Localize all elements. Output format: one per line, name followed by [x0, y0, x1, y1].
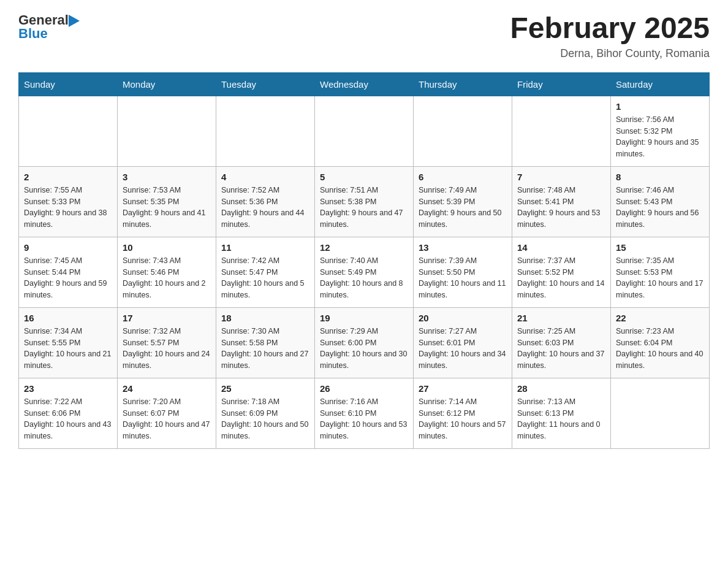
- calendar-cell: 2Sunrise: 7:55 AMSunset: 5:33 PMDaylight…: [19, 166, 118, 237]
- day-number: 15: [616, 242, 704, 253]
- day-number: 2: [24, 172, 112, 182]
- calendar-cell: [118, 96, 216, 166]
- day-info: Sunrise: 7:29 AMSunset: 6:00 PMDaylight:…: [320, 326, 408, 372]
- day-number: 4: [221, 172, 309, 182]
- day-info: Sunrise: 7:27 AMSunset: 6:01 PMDaylight:…: [419, 326, 507, 372]
- calendar-subtitle: Derna, Bihor County, Romania: [510, 47, 710, 60]
- calendar-cell: [414, 96, 512, 166]
- calendar-cell: 7Sunrise: 7:48 AMSunset: 5:41 PMDaylight…: [512, 166, 611, 237]
- calendar-cell: 22Sunrise: 7:23 AMSunset: 6:04 PMDayligh…: [611, 307, 710, 378]
- day-number: 24: [123, 383, 211, 394]
- calendar-cell: 18Sunrise: 7:30 AMSunset: 5:58 PMDayligh…: [216, 307, 315, 378]
- day-info: Sunrise: 7:30 AMSunset: 5:58 PMDaylight:…: [221, 326, 309, 372]
- day-info: Sunrise: 7:23 AMSunset: 6:04 PMDaylight:…: [616, 326, 704, 372]
- calendar-cell: 11Sunrise: 7:42 AMSunset: 5:47 PMDayligh…: [216, 237, 315, 307]
- calendar-cell: 12Sunrise: 7:40 AMSunset: 5:49 PMDayligh…: [315, 237, 414, 307]
- calendar-week-row: 16Sunrise: 7:34 AMSunset: 5:55 PMDayligh…: [19, 307, 710, 378]
- day-number: 26: [320, 383, 408, 394]
- day-number: 27: [419, 383, 507, 394]
- day-info: Sunrise: 7:56 AMSunset: 5:32 PMDaylight:…: [616, 114, 704, 160]
- day-info: Sunrise: 7:52 AMSunset: 5:36 PMDaylight:…: [221, 185, 309, 231]
- day-info: Sunrise: 7:46 AMSunset: 5:43 PMDaylight:…: [616, 185, 704, 231]
- calendar-title: February 2025: [510, 12, 710, 45]
- day-number: 14: [517, 242, 605, 253]
- day-info: Sunrise: 7:13 AMSunset: 6:13 PMDaylight:…: [517, 396, 605, 442]
- day-info: Sunrise: 7:22 AMSunset: 6:06 PMDaylight:…: [24, 396, 112, 442]
- day-number: 1: [616, 101, 704, 112]
- day-number: 22: [616, 313, 704, 323]
- calendar-cell: [611, 378, 710, 448]
- calendar-cell: [512, 96, 611, 166]
- day-number: 17: [123, 313, 211, 323]
- day-number: 12: [320, 242, 408, 253]
- calendar-cell: 4Sunrise: 7:52 AMSunset: 5:36 PMDaylight…: [216, 166, 315, 237]
- calendar-body: 1Sunrise: 7:56 AMSunset: 5:32 PMDaylight…: [19, 96, 710, 448]
- day-info: Sunrise: 7:39 AMSunset: 5:50 PMDaylight:…: [419, 255, 507, 301]
- day-number: 9: [24, 242, 112, 253]
- col-friday: Friday: [512, 72, 611, 96]
- col-thursday: Thursday: [414, 72, 512, 96]
- calendar-cell: 27Sunrise: 7:14 AMSunset: 6:12 PMDayligh…: [414, 378, 512, 448]
- calendar-cell: 24Sunrise: 7:20 AMSunset: 6:07 PMDayligh…: [118, 378, 216, 448]
- calendar-cell: 5Sunrise: 7:51 AMSunset: 5:38 PMDaylight…: [315, 166, 414, 237]
- calendar-cell: [216, 96, 315, 166]
- day-number: 19: [320, 313, 408, 323]
- calendar-cell: 26Sunrise: 7:16 AMSunset: 6:10 PMDayligh…: [315, 378, 414, 448]
- calendar-cell: 20Sunrise: 7:27 AMSunset: 6:01 PMDayligh…: [414, 307, 512, 378]
- day-number: 11: [221, 242, 309, 253]
- calendar-cell: 21Sunrise: 7:25 AMSunset: 6:03 PMDayligh…: [512, 307, 611, 378]
- day-info: Sunrise: 7:18 AMSunset: 6:09 PMDaylight:…: [221, 396, 309, 442]
- day-info: Sunrise: 7:37 AMSunset: 5:52 PMDaylight:…: [517, 255, 605, 301]
- calendar-week-row: 2Sunrise: 7:55 AMSunset: 5:33 PMDaylight…: [19, 166, 710, 237]
- day-info: Sunrise: 7:55 AMSunset: 5:33 PMDaylight:…: [24, 185, 112, 231]
- calendar-cell: 14Sunrise: 7:37 AMSunset: 5:52 PMDayligh…: [512, 237, 611, 307]
- day-info: Sunrise: 7:48 AMSunset: 5:41 PMDaylight:…: [517, 185, 605, 231]
- day-number: 18: [221, 313, 309, 323]
- logo-arrow-icon: [69, 15, 80, 27]
- day-info: Sunrise: 7:35 AMSunset: 5:53 PMDaylight:…: [616, 255, 704, 301]
- day-info: Sunrise: 7:51 AMSunset: 5:38 PMDaylight:…: [320, 185, 408, 231]
- calendar-cell: [315, 96, 414, 166]
- calendar-week-row: 23Sunrise: 7:22 AMSunset: 6:06 PMDayligh…: [19, 378, 710, 448]
- day-number: 28: [517, 383, 605, 394]
- calendar-cell: [19, 96, 118, 166]
- day-info: Sunrise: 7:14 AMSunset: 6:12 PMDaylight:…: [419, 396, 507, 442]
- calendar-cell: 1Sunrise: 7:56 AMSunset: 5:32 PMDaylight…: [611, 96, 710, 166]
- day-info: Sunrise: 7:20 AMSunset: 6:07 PMDaylight:…: [123, 396, 211, 442]
- calendar-cell: 17Sunrise: 7:32 AMSunset: 5:57 PMDayligh…: [118, 307, 216, 378]
- day-info: Sunrise: 7:43 AMSunset: 5:46 PMDaylight:…: [123, 255, 211, 301]
- day-number: 3: [123, 172, 211, 182]
- day-number: 5: [320, 172, 408, 182]
- day-info: Sunrise: 7:25 AMSunset: 6:03 PMDaylight:…: [517, 326, 605, 372]
- calendar-cell: 28Sunrise: 7:13 AMSunset: 6:13 PMDayligh…: [512, 378, 611, 448]
- calendar-cell: 3Sunrise: 7:53 AMSunset: 5:35 PMDaylight…: [118, 166, 216, 237]
- day-info: Sunrise: 7:40 AMSunset: 5:49 PMDaylight:…: [320, 255, 408, 301]
- calendar-week-row: 9Sunrise: 7:45 AMSunset: 5:44 PMDaylight…: [19, 237, 710, 307]
- day-number: 20: [419, 313, 507, 323]
- day-number: 16: [24, 313, 112, 323]
- day-number: 7: [517, 172, 605, 182]
- calendar-header-row: Sunday Monday Tuesday Wednesday Thursday…: [19, 72, 710, 96]
- calendar-cell: 8Sunrise: 7:46 AMSunset: 5:43 PMDaylight…: [611, 166, 710, 237]
- day-info: Sunrise: 7:34 AMSunset: 5:55 PMDaylight:…: [24, 326, 112, 372]
- calendar-week-row: 1Sunrise: 7:56 AMSunset: 5:32 PMDaylight…: [19, 96, 710, 166]
- calendar-cell: 13Sunrise: 7:39 AMSunset: 5:50 PMDayligh…: [414, 237, 512, 307]
- day-info: Sunrise: 7:53 AMSunset: 5:35 PMDaylight:…: [123, 185, 211, 231]
- col-saturday: Saturday: [611, 72, 710, 96]
- day-number: 21: [517, 313, 605, 323]
- day-info: Sunrise: 7:16 AMSunset: 6:10 PMDaylight:…: [320, 396, 408, 442]
- calendar-cell: 10Sunrise: 7:43 AMSunset: 5:46 PMDayligh…: [118, 237, 216, 307]
- logo: General Blue: [18, 12, 80, 42]
- calendar-cell: 23Sunrise: 7:22 AMSunset: 6:06 PMDayligh…: [19, 378, 118, 448]
- calendar-cell: 25Sunrise: 7:18 AMSunset: 6:09 PMDayligh…: [216, 378, 315, 448]
- col-monday: Monday: [118, 72, 216, 96]
- day-number: 8: [616, 172, 704, 182]
- day-info: Sunrise: 7:32 AMSunset: 5:57 PMDaylight:…: [123, 326, 211, 372]
- day-number: 6: [419, 172, 507, 182]
- day-number: 10: [123, 242, 211, 253]
- calendar-cell: 15Sunrise: 7:35 AMSunset: 5:53 PMDayligh…: [611, 237, 710, 307]
- page-header: General Blue February 2025 Derna, Bihor …: [18, 12, 710, 60]
- day-number: 25: [221, 383, 309, 394]
- day-number: 23: [24, 383, 112, 394]
- calendar-table: Sunday Monday Tuesday Wednesday Thursday…: [18, 72, 710, 449]
